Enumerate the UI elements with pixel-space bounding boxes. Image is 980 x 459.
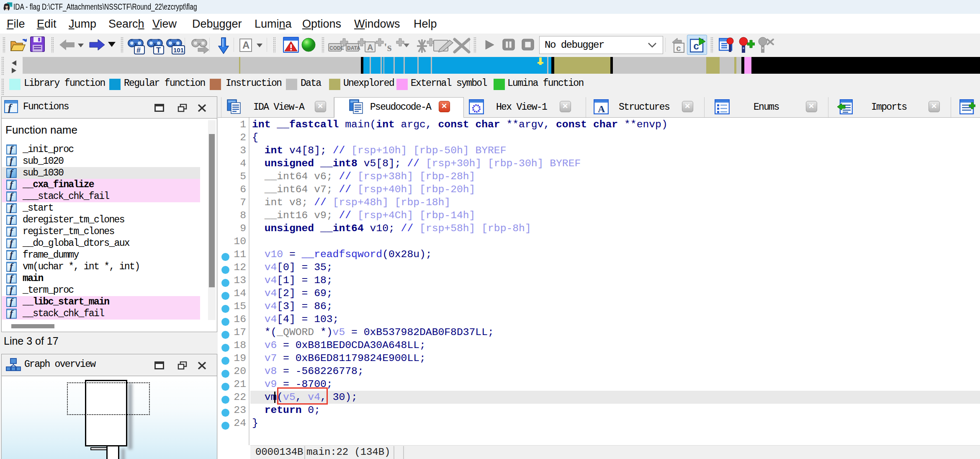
svg-text:'s: 's xyxy=(384,41,392,54)
svg-text:101: 101 xyxy=(173,46,184,54)
svg-text:A: A xyxy=(598,103,605,114)
svg-text:c: c xyxy=(676,44,681,53)
svg-text:CODE: CODE xyxy=(329,45,344,51)
svg-text:c: c xyxy=(693,41,699,52)
svg-text:DATA: DATA xyxy=(347,45,360,51)
svg-text:A: A xyxy=(367,43,373,52)
svg-text:#: # xyxy=(136,46,141,54)
svg-text:T: T xyxy=(156,46,161,54)
